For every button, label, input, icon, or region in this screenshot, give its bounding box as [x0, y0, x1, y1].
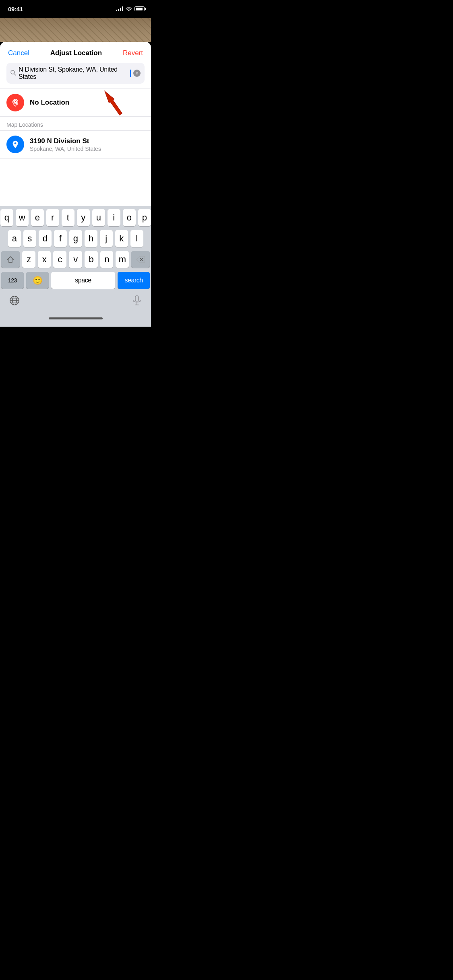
map-location-row[interactable]: 3190 N Division St Spokane, WA, United S…	[0, 131, 151, 158]
key-c[interactable]: c	[53, 251, 66, 268]
key-d[interactable]: d	[39, 230, 52, 247]
key-g[interactable]: g	[69, 230, 82, 247]
divider-4	[0, 158, 151, 159]
keyboard-bottom-row	[1, 293, 150, 311]
search-section: N Division St, Spokane, WA, United State…	[0, 63, 151, 89]
home-bar	[49, 317, 103, 319]
shift-key[interactable]	[1, 251, 20, 268]
key-w[interactable]: w	[16, 209, 29, 226]
key-u[interactable]: u	[92, 209, 105, 226]
sheet-header: Cancel Adjust Location Revert	[0, 42, 151, 63]
cancel-button[interactable]: Cancel	[8, 49, 29, 57]
numbers-key[interactable]: 123	[1, 272, 24, 289]
location-name: 3190 N Division St	[30, 137, 101, 145]
key-f[interactable]: f	[54, 230, 67, 247]
location-pin-icon	[6, 136, 24, 153]
key-o[interactable]: o	[123, 209, 136, 226]
key-t[interactable]: t	[62, 209, 74, 226]
status-time: 09:41	[8, 6, 23, 12]
emoji-key[interactable]: 🙂	[26, 272, 49, 289]
keyboard-row-1: q w e r t y u i o p	[1, 209, 150, 226]
key-m[interactable]: m	[116, 251, 129, 268]
key-q[interactable]: q	[0, 209, 13, 226]
adjust-location-sheet: Cancel Adjust Location Revert N Division…	[0, 42, 151, 327]
key-s[interactable]: s	[23, 230, 36, 247]
key-z[interactable]: z	[22, 251, 35, 268]
key-r[interactable]: r	[46, 209, 59, 226]
map-locations-header: Map Locations	[0, 117, 151, 130]
key-l[interactable]: l	[130, 230, 143, 247]
key-h[interactable]: h	[85, 230, 97, 247]
no-location-label: No Location	[30, 99, 69, 107]
key-j[interactable]: j	[100, 230, 113, 247]
keyboard-row-2: a s d f g h j k l	[1, 230, 150, 247]
search-key[interactable]: search	[118, 272, 150, 289]
signal-icon	[116, 6, 123, 11]
delete-key[interactable]	[131, 251, 150, 268]
location-info: 3190 N Division St Spokane, WA, United S…	[30, 137, 101, 152]
map-background	[0, 18, 151, 42]
key-i[interactable]: i	[108, 209, 120, 226]
keyboard: q w e r t y u i o p a s d f g h j k l	[0, 206, 151, 327]
svg-rect-15	[135, 296, 139, 301]
key-v[interactable]: v	[69, 251, 82, 268]
svg-line-1	[14, 74, 16, 75]
no-location-row[interactable]: No Location	[0, 89, 151, 116]
key-n[interactable]: n	[100, 251, 114, 268]
search-icon	[10, 70, 16, 77]
home-indicator	[1, 311, 150, 325]
page-title: Adjust Location	[50, 49, 102, 57]
key-x[interactable]: x	[38, 251, 51, 268]
wifi-icon	[126, 6, 132, 12]
revert-button[interactable]: Revert	[123, 49, 143, 57]
key-a[interactable]: a	[8, 230, 21, 247]
status-icons	[116, 6, 145, 12]
search-input[interactable]: N Division St, Spokane, WA, United State…	[19, 66, 127, 80]
keyboard-row-4: 123 🙂 space search	[1, 272, 150, 289]
globe-key[interactable]	[9, 295, 20, 308]
search-bar[interactable]: N Division St, Spokane, WA, United State…	[6, 63, 145, 84]
svg-point-7	[14, 142, 17, 144]
status-bar: 09:41	[0, 0, 151, 18]
key-e[interactable]: e	[31, 209, 44, 226]
svg-point-0	[11, 70, 14, 74]
space-key[interactable]: space	[51, 272, 116, 289]
no-location-icon	[6, 94, 24, 111]
keyboard-row-3: z x c v b n m	[1, 251, 150, 268]
search-bar-container: N Division St, Spokane, WA, United State…	[0, 63, 151, 89]
key-y[interactable]: y	[77, 209, 90, 226]
location-address: Spokane, WA, United States	[30, 146, 101, 152]
search-clear-button[interactable]	[133, 70, 141, 77]
key-p[interactable]: p	[138, 209, 151, 226]
key-k[interactable]: k	[115, 230, 128, 247]
mic-key[interactable]	[132, 295, 142, 308]
cursor	[130, 70, 131, 77]
battery-icon	[134, 6, 145, 11]
key-b[interactable]: b	[85, 251, 98, 268]
